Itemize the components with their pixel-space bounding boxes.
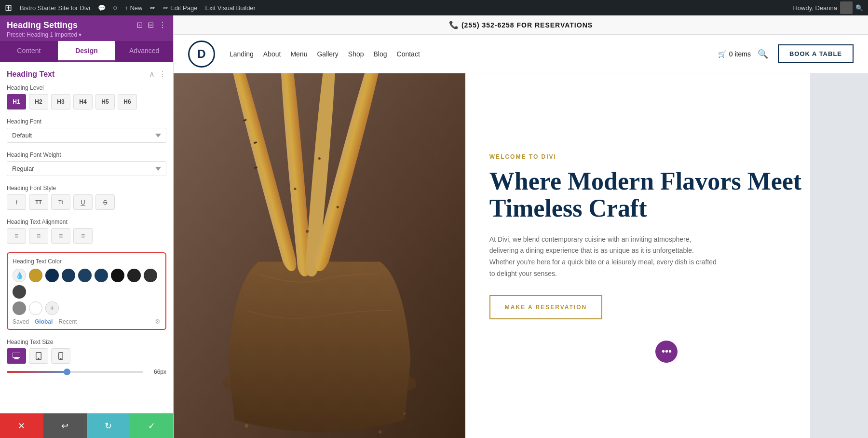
heading-level-label: Heading Level: [7, 84, 166, 91]
svg-point-15: [306, 230, 309, 233]
color-swatches: 💧: [13, 269, 161, 299]
strikethrough-button[interactable]: S: [95, 194, 115, 210]
color-swatch-navy2[interactable]: [62, 269, 75, 282]
tab-advanced[interactable]: Advanced: [115, 41, 173, 62]
site-name[interactable]: Bistro Starter Site for Divi: [20, 4, 90, 12]
heading-text-alignment-group: Heading Text Alignment ≡ ≡ ≡ ≡: [7, 219, 166, 244]
admin-bar: ⊞ Bistro Starter Site for Divi 💬 0 + New…: [0, 0, 868, 15]
svg-point-6: [60, 358, 61, 359]
reserve-button[interactable]: MAKE A RESERVATION: [489, 295, 602, 319]
align-left-button[interactable]: ≡: [7, 228, 26, 244]
capitalize-button[interactable]: Tt: [51, 194, 70, 210]
heading-font-select[interactable]: Default: [7, 128, 166, 143]
color-swatch-black1[interactable]: [111, 269, 124, 282]
h6-button[interactable]: H6: [118, 94, 137, 110]
panel-layout-icon[interactable]: ⊟: [148, 20, 154, 29]
tablet-device-button[interactable]: [29, 348, 48, 364]
color-swatch-navy4[interactable]: [95, 269, 108, 282]
mobile-device-button[interactable]: [51, 348, 70, 364]
size-slider[interactable]: [7, 371, 143, 373]
h5-button[interactable]: H5: [95, 94, 115, 110]
nav-menu[interactable]: Menu: [290, 50, 307, 58]
confirm-button[interactable]: ✓: [130, 413, 173, 438]
collapse-icon[interactable]: ∧: [149, 69, 155, 79]
eyedropper-button[interactable]: 💧: [13, 269, 26, 282]
heading-text-color-section: Heading Text Color 💧 +: [7, 252, 166, 330]
h2-button[interactable]: H2: [29, 94, 48, 110]
color-swatch-black3[interactable]: [144, 269, 157, 282]
color-swatch-white[interactable]: [29, 301, 42, 315]
nav-gallery[interactable]: Gallery: [317, 50, 338, 58]
color-tab-recent[interactable]: Recent: [58, 318, 77, 325]
hero-title: Where Modern Flavors Meet Timeless Craft: [489, 168, 844, 222]
svg-point-12: [294, 188, 296, 190]
hero-content: WELCOME TO DIVI Where Modern Flavors Mee…: [465, 73, 868, 438]
align-center-button[interactable]: ≡: [29, 228, 48, 244]
h4-button[interactable]: H4: [73, 94, 93, 110]
exit-visual-button[interactable]: Exit Visual Builder: [205, 4, 256, 12]
color-swatch-navy1[interactable]: [45, 269, 59, 282]
color-swatch-black2[interactable]: [127, 269, 141, 282]
undo-button[interactable]: ↩: [43, 413, 87, 438]
device-buttons: [7, 348, 166, 364]
color-swatch-navy3[interactable]: [78, 269, 92, 282]
cart-section[interactable]: 🛒 0 items: [718, 50, 751, 58]
redo-button[interactable]: ↻: [87, 413, 130, 438]
left-panel: Heading Settings Preset: Heading 1 impor…: [0, 15, 174, 438]
comment-count: 0: [113, 4, 117, 12]
svg-rect-0: [13, 353, 20, 357]
color-tab-global[interactable]: Global: [35, 318, 53, 325]
search-icon[interactable]: 🔍: [855, 4, 863, 12]
panel-settings-icon[interactable]: ⊡: [136, 20, 143, 29]
nav-search-icon[interactable]: 🔍: [758, 49, 768, 59]
cancel-button[interactable]: ✕: [0, 413, 43, 438]
heading-level-group: Heading Level H1 H2 H3 H4 H5 H6: [7, 84, 166, 110]
heading-font-weight-select[interactable]: Regular: [7, 161, 166, 176]
nav-blog[interactable]: Blog: [374, 50, 387, 58]
color-tab-saved[interactable]: Saved: [13, 318, 29, 325]
tab-design[interactable]: Design: [58, 41, 116, 62]
add-color-button[interactable]: +: [45, 301, 59, 315]
size-value: 66px: [148, 369, 166, 375]
nav-about[interactable]: About: [263, 50, 281, 58]
heading-font-style-group: Heading Font Style I TT Tt U S: [7, 185, 166, 210]
avatar[interactable]: [840, 1, 853, 14]
svg-point-13: [318, 157, 321, 160]
panel-content: Heading Text ∧ ⋮ Heading Level H1 H2 H3 …: [0, 62, 173, 413]
edit-page-button[interactable]: ✏ Edit Page: [163, 4, 197, 12]
more-options-button[interactable]: •••: [655, 341, 678, 363]
align-right-button[interactable]: ≡: [51, 228, 70, 244]
color-swatch-gold[interactable]: [29, 269, 42, 282]
heading-font-group: Heading Font Default: [7, 118, 166, 143]
panel-more-icon[interactable]: ⋮: [159, 20, 166, 29]
italic-button[interactable]: I: [7, 194, 26, 210]
color-settings-icon[interactable]: ⚙: [155, 318, 161, 325]
section-more-icon[interactable]: ⋮: [159, 69, 166, 79]
h1-button[interactable]: H1: [7, 94, 26, 110]
h3-button[interactable]: H3: [51, 94, 70, 110]
svg-point-17: [379, 430, 381, 433]
align-justify-button[interactable]: ≡: [73, 228, 93, 244]
desktop-device-button[interactable]: [7, 348, 26, 364]
cart-count: 0 items: [729, 50, 751, 58]
nav-landing[interactable]: Landing: [230, 50, 254, 58]
nav-contact[interactable]: Contact: [397, 50, 420, 58]
panel-tabs: Content Design Advanced: [0, 41, 173, 62]
book-table-button[interactable]: BOOK A TABLE: [778, 44, 854, 63]
svg-rect-2: [14, 358, 19, 359]
site-logo[interactable]: D: [188, 41, 215, 68]
bottom-bar: ✕ ↩ ↻ ✓: [0, 413, 173, 438]
heading-text-size-group: Heading Text Size 66px: [7, 339, 166, 375]
underline-button[interactable]: U: [73, 194, 93, 210]
nav-shop[interactable]: Shop: [348, 50, 364, 58]
uppercase-button[interactable]: TT: [29, 194, 48, 210]
site-preview: 📞 (255) 352-6258 FOR RESERVATIONS D Land…: [174, 15, 868, 438]
tab-content[interactable]: Content: [0, 41, 58, 62]
panel-preset[interactable]: Preset: Heading 1 imported ▾: [7, 31, 81, 38]
howdy-section: Howdy, Deanna 🔍: [793, 1, 863, 14]
hero-image: [174, 73, 465, 438]
panel-header-icons: ⊡ ⊟ ⋮: [136, 20, 166, 29]
new-button[interactable]: + New: [124, 4, 142, 12]
color-swatch-gray[interactable]: [13, 301, 26, 315]
color-swatch-black4[interactable]: [13, 285, 26, 299]
